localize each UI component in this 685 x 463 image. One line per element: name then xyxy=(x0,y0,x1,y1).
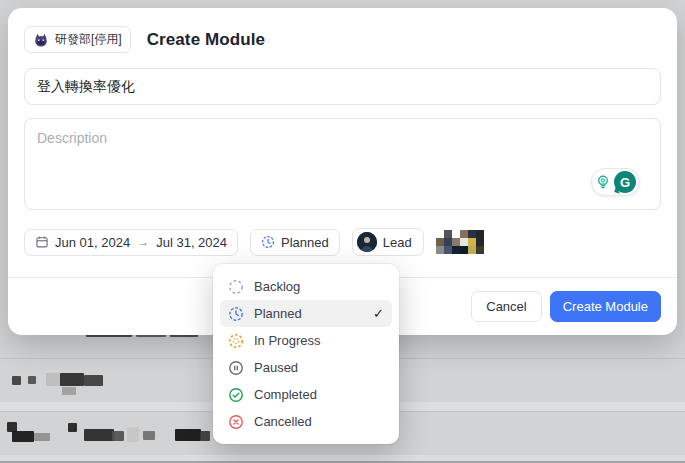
status-option-label: Planned xyxy=(254,306,302,321)
grammarly-g-letter: G xyxy=(620,175,630,190)
censored-block xyxy=(28,376,36,384)
censored-avatar-cell xyxy=(444,246,452,254)
status-option-label: In Progress xyxy=(254,333,320,348)
censored-block xyxy=(68,423,77,432)
grammarly-g-icon[interactable]: G xyxy=(614,171,636,193)
status-option-planned[interactable]: Planned ✓ xyxy=(220,300,392,327)
lead-chip[interactable]: Lead xyxy=(352,228,424,256)
cancel-button[interactable]: Cancel xyxy=(471,291,541,322)
censored-block xyxy=(12,376,21,385)
lead-chip-label: Lead xyxy=(383,235,412,250)
status-dropdown-menu: Backlog Planned ✓ In Progress Paused Com… xyxy=(213,264,399,444)
censored-block xyxy=(60,373,84,386)
status-option-in-progress[interactable]: In Progress xyxy=(220,327,392,354)
status-option-paused[interactable]: Paused xyxy=(220,354,392,381)
status-chip-label: Planned xyxy=(281,235,329,250)
module-attributes-row: Jun 01, 2024 → Jul 31, 2024 Planned Lead xyxy=(24,228,661,256)
page-title: Create Module xyxy=(147,30,265,50)
project-selector-chip[interactable]: 研發部[停用] xyxy=(24,26,131,53)
project-creature-icon xyxy=(33,32,49,48)
module-name-input[interactable]: 登入轉換率優化 xyxy=(24,68,661,105)
censored-avatar-cell xyxy=(436,238,444,246)
status-option-label: Backlog xyxy=(254,279,300,294)
censored-avatar-cell xyxy=(460,230,468,238)
censored-avatar-cell xyxy=(476,246,484,254)
calendar-icon xyxy=(35,235,49,249)
description-placeholder: Description xyxy=(37,130,107,146)
censored-avatar-cell xyxy=(468,230,476,238)
module-name-value: 登入轉換率優化 xyxy=(37,78,135,96)
censored-block xyxy=(34,433,50,441)
censored-avatar-cell xyxy=(436,230,444,238)
censored-avatar-cell xyxy=(452,246,460,254)
start-date: Jun 01, 2024 xyxy=(55,235,130,250)
censored-avatar-cell xyxy=(444,238,452,246)
create-module-button[interactable]: Create Module xyxy=(550,291,661,322)
status-option-label: Completed xyxy=(254,387,317,402)
module-description-input[interactable]: Description G xyxy=(24,118,661,210)
status-option-cancelled[interactable]: Cancelled xyxy=(220,408,392,435)
project-badge-label: 研發部[停用] xyxy=(55,31,122,48)
completed-status-icon xyxy=(228,387,244,403)
censored-avatar-cell xyxy=(460,246,468,254)
censored-block xyxy=(84,429,114,441)
censored-avatar-cell xyxy=(452,238,460,246)
grammarly-extension-widget[interactable]: G xyxy=(591,168,640,196)
date-range-chip[interactable]: Jun 01, 2024 → Jul 31, 2024 xyxy=(24,229,238,256)
lead-avatar xyxy=(357,232,377,252)
censored-avatar-cell xyxy=(460,238,468,246)
status-option-completed[interactable]: Completed xyxy=(220,381,392,408)
status-option-label: Cancelled xyxy=(254,414,312,429)
paused-status-icon xyxy=(228,360,244,376)
arrow-right-icon: → xyxy=(136,235,150,249)
planned-status-icon xyxy=(261,235,275,249)
censored-avatar-cell xyxy=(476,230,484,238)
censored-block xyxy=(200,431,210,441)
censored-block xyxy=(127,427,139,442)
censored-block xyxy=(62,387,76,395)
members-avatars-censored[interactable] xyxy=(436,230,484,254)
censored-block xyxy=(175,429,201,441)
censored-avatar-cell xyxy=(452,230,460,238)
censored-avatar-cell xyxy=(436,246,444,254)
censored-avatar-cell xyxy=(476,238,484,246)
suggestion-lightbulb-icon[interactable] xyxy=(595,172,611,192)
censored-block xyxy=(84,375,103,386)
status-option-label: Paused xyxy=(254,360,298,375)
status-chip[interactable]: Planned xyxy=(250,229,340,256)
backlog-status-icon xyxy=(228,279,244,295)
end-date: Jul 31, 2024 xyxy=(156,235,227,250)
selected-check-icon: ✓ xyxy=(373,306,384,321)
planned-status-icon xyxy=(228,306,244,322)
censored-block xyxy=(143,431,155,440)
censored-block xyxy=(112,431,124,441)
modal-header: 研發部[停用] Create Module xyxy=(24,26,661,53)
status-option-backlog[interactable]: Backlog xyxy=(220,273,392,300)
in-progress-status-icon xyxy=(228,333,244,349)
censored-avatar-cell xyxy=(468,238,476,246)
censored-avatar-cell xyxy=(468,246,476,254)
censored-avatar-cell xyxy=(444,230,452,238)
cancelled-status-icon xyxy=(228,414,244,430)
censored-block xyxy=(12,431,34,442)
